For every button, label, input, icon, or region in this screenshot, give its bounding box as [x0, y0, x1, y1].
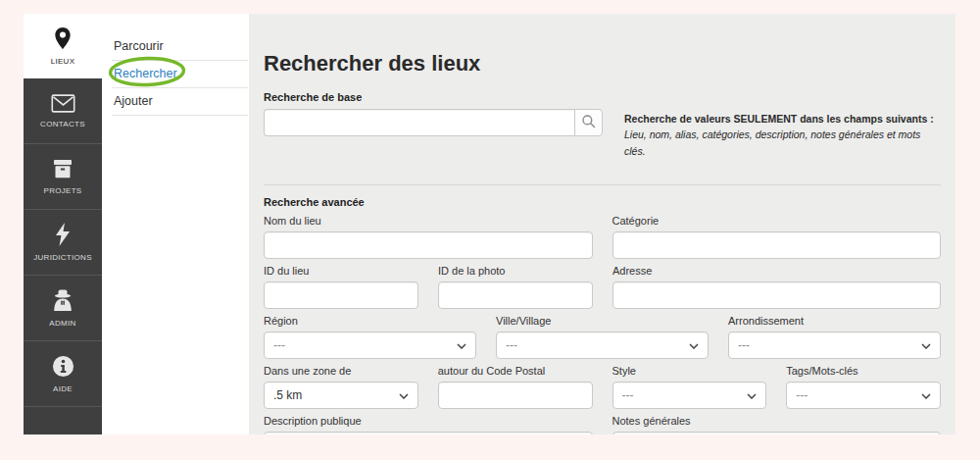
field-label: autour du Code Postal [438, 364, 593, 378]
region-select[interactable]: --- [264, 332, 476, 359]
chevron-down-icon [399, 388, 409, 402]
code-postal-input[interactable] [438, 382, 593, 409]
field-notes-generales: Notes générales [612, 414, 942, 434]
field-nom-du-lieu: Nom du lieu [264, 214, 593, 259]
field-label: Description publique [264, 414, 593, 428]
basic-search-input[interactable] [264, 109, 574, 136]
select-value: --- [796, 388, 921, 402]
field-label: Ville/Village [496, 314, 709, 328]
chevron-down-icon [689, 338, 699, 352]
description-publique-input[interactable] [264, 432, 593, 434]
field-label: Adresse [612, 264, 941, 278]
sidebar-item-aide[interactable]: AIDE [24, 341, 102, 407]
icon-rail: LIEUX CONTACTS PROJETS [24, 14, 102, 434]
field-arrondissement: Arrondissement --- [728, 314, 941, 359]
adresse-input[interactable] [612, 281, 941, 309]
style-select[interactable]: --- [612, 382, 767, 409]
field-label: Notes générales [612, 414, 942, 428]
nom-du-lieu-input[interactable] [264, 231, 593, 259]
id-du-lieu-input[interactable] [264, 281, 418, 309]
arrondissement-select[interactable]: --- [728, 332, 941, 359]
field-zone: Dans une zone de .5 km [264, 364, 418, 409]
archive-box-icon [51, 158, 74, 179]
sidebar-item-contacts[interactable]: CONTACTS [24, 78, 102, 144]
chevron-down-icon [921, 388, 931, 402]
field-label: Catégorie [612, 214, 942, 228]
field-label: Dans une zone de [264, 364, 418, 378]
app-window: LIEUX CONTACTS PROJETS [24, 14, 956, 434]
field-label: Région [264, 314, 476, 328]
lieux-submenu: Parcourir Rechercher Ajouter [102, 14, 249, 434]
sidebar-item-juridictions[interactable]: JURIDICTIONS [24, 210, 102, 276]
select-value: --- [622, 388, 748, 402]
submenu-item-rechercher[interactable]: Rechercher [112, 61, 248, 88]
field-label: Tags/Mots-clés [786, 364, 941, 378]
chevron-down-icon [747, 388, 757, 402]
id-de-la-photo-input[interactable] [438, 281, 593, 309]
field-id-de-la-photo: ID de la photo [438, 264, 593, 309]
basic-search-group [264, 109, 603, 136]
select-value: --- [273, 338, 457, 352]
info-icon [52, 355, 74, 378]
field-tags-mots-cles: Tags/Mots-clés --- [786, 364, 941, 409]
sidebar-item-label: PROJETS [44, 186, 82, 195]
field-ville-village: Ville/Village --- [496, 314, 709, 359]
categorie-input[interactable] [612, 231, 942, 259]
field-label: ID de la photo [438, 264, 593, 278]
submenu-item-ajouter[interactable]: Ajouter [112, 88, 248, 116]
envelope-icon [51, 94, 75, 113]
advanced-search-label: Recherche avancée [264, 196, 941, 208]
sidebar-item-label: LIEUX [51, 57, 75, 66]
sidebar-item-label: CONTACTS [40, 120, 85, 128]
section-divider [264, 184, 941, 185]
spy-icon [51, 289, 74, 312]
page-title: Rechercher des lieux [264, 51, 941, 77]
field-id-du-lieu: ID du lieu [264, 264, 418, 309]
rail-filler [24, 407, 102, 434]
field-label: ID du lieu [264, 264, 418, 278]
field-label: Arrondissement [728, 314, 941, 328]
select-value: --- [738, 338, 921, 352]
chevron-down-icon [921, 338, 931, 352]
basic-search-help-text: Recherche de valeurs SEULEMENT dans les … [624, 109, 940, 159]
submenu-item-label: Rechercher [114, 67, 177, 80]
sidebar-item-label: JURIDICTIONS [33, 253, 92, 262]
submenu-item-parcourir[interactable]: Parcourir [112, 33, 248, 61]
search-button[interactable] [574, 109, 603, 136]
field-style: Style --- [612, 364, 767, 409]
select-value: .5 km [273, 388, 399, 402]
submenu-item-label: Parcourir [114, 39, 164, 53]
map-pin-icon [52, 26, 74, 50]
magnifier-icon [581, 114, 596, 131]
zone-select[interactable]: .5 km [264, 382, 418, 409]
sidebar-item-projets[interactable]: PROJETS [24, 144, 102, 210]
lightning-icon [55, 223, 71, 246]
select-value: --- [506, 338, 689, 352]
field-region: Région --- [264, 314, 476, 359]
sidebar-item-admin[interactable]: ADMIN [24, 276, 102, 341]
field-code-postal: autour du Code Postal [438, 364, 593, 409]
ville-village-select[interactable]: --- [496, 332, 709, 359]
sidebar-item-lieux[interactable]: LIEUX [24, 14, 102, 78]
field-label: Style [612, 364, 767, 378]
tags-mots-cles-select[interactable]: --- [786, 382, 941, 409]
basic-search-label: Recherche de base [264, 91, 941, 103]
field-description-publique: Description publique [264, 414, 593, 434]
chevron-down-icon [457, 338, 466, 352]
field-adresse: Adresse [612, 264, 941, 309]
field-label: Nom du lieu [264, 214, 593, 228]
sidebar-item-label: ADMIN [49, 319, 75, 328]
field-categorie: Catégorie [612, 214, 942, 259]
notes-generales-input[interactable] [612, 432, 942, 434]
submenu-item-label: Ajouter [114, 94, 153, 108]
sidebar-item-label: AIDE [53, 384, 73, 393]
main-content: Rechercher des lieux Recherche de base R… [249, 14, 956, 434]
